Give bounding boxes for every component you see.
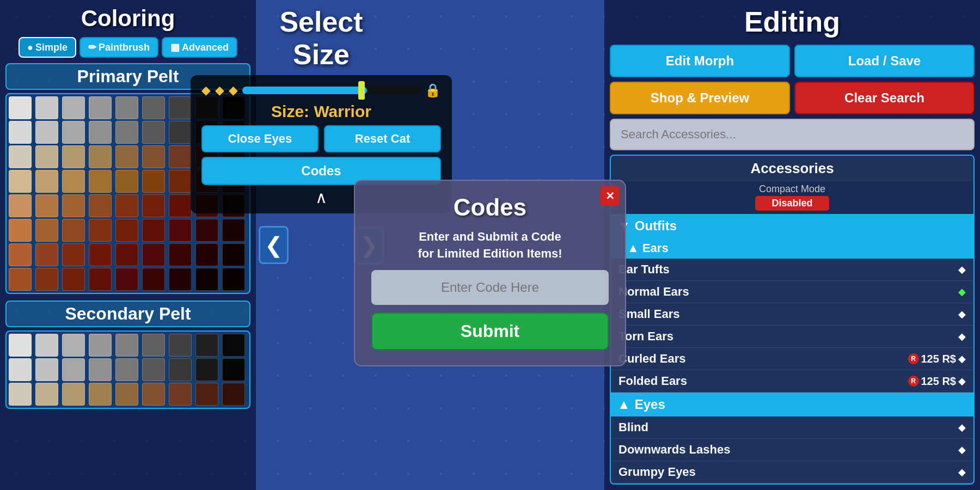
color-swatch[interactable] [89, 243, 112, 266]
load-save-btn[interactable]: Load / Save [794, 45, 975, 77]
color-swatch[interactable] [9, 194, 32, 217]
color-swatch[interactable] [35, 96, 58, 119]
color-swatch[interactable] [89, 268, 112, 291]
color-swatch[interactable] [115, 383, 138, 406]
color-swatch[interactable] [195, 334, 218, 357]
list-item[interactable]: Torn Ears ◆ [611, 326, 973, 348]
list-item[interactable]: Curled Ears R 125 R$ ◆ [611, 348, 973, 370]
list-item[interactable]: Grumpy Eyes ◆ [611, 461, 973, 483]
compact-disabled-badge[interactable]: Disabled [755, 196, 829, 211]
color-swatch[interactable] [169, 96, 192, 119]
color-swatch[interactable] [9, 358, 32, 381]
color-swatch[interactable] [195, 383, 218, 406]
color-swatch[interactable] [62, 96, 85, 119]
color-swatch[interactable] [169, 358, 192, 381]
color-swatch[interactable] [62, 268, 85, 291]
color-swatch[interactable] [195, 268, 218, 291]
shop-preview-btn[interactable]: Shop & Preview [610, 82, 790, 114]
color-swatch[interactable] [142, 383, 165, 406]
color-swatch[interactable] [89, 358, 112, 381]
color-swatch[interactable] [115, 96, 138, 119]
ears-subcategory[interactable]: ▲ Ears [611, 238, 973, 259]
color-swatch[interactable] [9, 145, 32, 168]
color-swatch[interactable] [9, 383, 32, 406]
color-swatch[interactable] [35, 121, 58, 144]
color-swatch[interactable] [89, 383, 112, 406]
color-swatch[interactable] [35, 243, 58, 266]
color-swatch[interactable] [222, 268, 245, 291]
color-swatch[interactable] [169, 219, 192, 242]
list-item[interactable]: Small Ears ◆ [611, 303, 973, 326]
color-swatch[interactable] [142, 121, 165, 144]
color-swatch[interactable] [35, 383, 58, 406]
color-swatch[interactable] [115, 219, 138, 242]
search-input[interactable] [610, 119, 975, 150]
color-swatch[interactable] [9, 334, 32, 357]
color-swatch[interactable] [195, 219, 218, 242]
size-slider[interactable] [242, 87, 420, 94]
list-item[interactable]: Blind ◆ [611, 416, 973, 439]
color-swatch[interactable] [115, 268, 138, 291]
color-swatch[interactable] [169, 194, 192, 217]
color-swatch[interactable] [35, 219, 58, 242]
color-swatch[interactable] [169, 334, 192, 357]
list-item[interactable]: Ear Tufts ◆ [611, 259, 973, 281]
color-swatch[interactable] [115, 194, 138, 217]
color-swatch[interactable] [62, 243, 85, 266]
color-swatch[interactable] [115, 243, 138, 266]
color-swatch[interactable] [142, 96, 165, 119]
color-swatch[interactable] [62, 170, 85, 193]
submit-btn[interactable]: Submit [371, 313, 609, 350]
color-swatch[interactable] [89, 170, 112, 193]
color-swatch[interactable] [9, 96, 32, 119]
color-swatch[interactable] [35, 268, 58, 291]
reset-cat-btn[interactable]: Reset Cat [324, 125, 441, 152]
color-swatch[interactable] [89, 334, 112, 357]
color-swatch[interactable] [195, 243, 218, 266]
modal-close-btn[interactable]: ✕ [600, 186, 620, 206]
color-swatch[interactable] [142, 194, 165, 217]
advanced-mode-btn[interactable]: ▦ Advanced [162, 37, 237, 58]
color-swatch[interactable] [62, 121, 85, 144]
simple-mode-btn[interactable]: ● Simple [19, 37, 76, 58]
code-input[interactable] [371, 270, 609, 305]
list-item[interactable]: Downwards Lashes ◆ [611, 439, 973, 461]
color-swatch[interactable] [142, 334, 165, 357]
color-swatch[interactable] [35, 170, 58, 193]
color-swatch[interactable] [9, 170, 32, 193]
color-swatch[interactable] [89, 219, 112, 242]
color-swatch[interactable] [115, 334, 138, 357]
list-item[interactable]: Folded Ears R 125 R$ ◆ [611, 370, 973, 393]
color-swatch[interactable] [222, 243, 245, 266]
color-swatch[interactable] [9, 243, 32, 266]
color-swatch[interactable] [169, 145, 192, 168]
color-swatch[interactable] [62, 383, 85, 406]
paintbrush-mode-btn[interactable]: ✏ Paintbrush [79, 37, 158, 58]
eyes-category[interactable]: ▲ Eyes [611, 393, 973, 416]
outfits-category[interactable]: ▼ Outfits [611, 214, 973, 238]
color-swatch[interactable] [142, 358, 165, 381]
color-swatch[interactable] [62, 194, 85, 217]
edit-morph-btn[interactable]: Edit Morph [610, 45, 790, 77]
color-swatch[interactable] [115, 170, 138, 193]
color-swatch[interactable] [115, 145, 138, 168]
color-swatch[interactable] [62, 145, 85, 168]
color-swatch[interactable] [222, 334, 245, 357]
color-swatch[interactable] [9, 121, 32, 144]
color-swatch[interactable] [142, 145, 165, 168]
color-swatch[interactable] [195, 358, 218, 381]
list-item[interactable]: Normal Ears ◆ [611, 281, 973, 303]
color-swatch[interactable] [62, 358, 85, 381]
close-eyes-btn[interactable]: Close Eyes [201, 125, 318, 152]
color-swatch[interactable] [222, 383, 245, 406]
color-swatch[interactable] [142, 268, 165, 291]
color-swatch[interactable] [169, 121, 192, 144]
color-swatch[interactable] [115, 121, 138, 144]
color-swatch[interactable] [142, 243, 165, 266]
color-swatch[interactable] [35, 334, 58, 357]
clear-search-btn[interactable]: Clear Search [794, 82, 975, 114]
color-swatch[interactable] [222, 358, 245, 381]
color-swatch[interactable] [89, 194, 112, 217]
color-swatch[interactable] [62, 334, 85, 357]
color-swatch[interactable] [222, 219, 245, 242]
